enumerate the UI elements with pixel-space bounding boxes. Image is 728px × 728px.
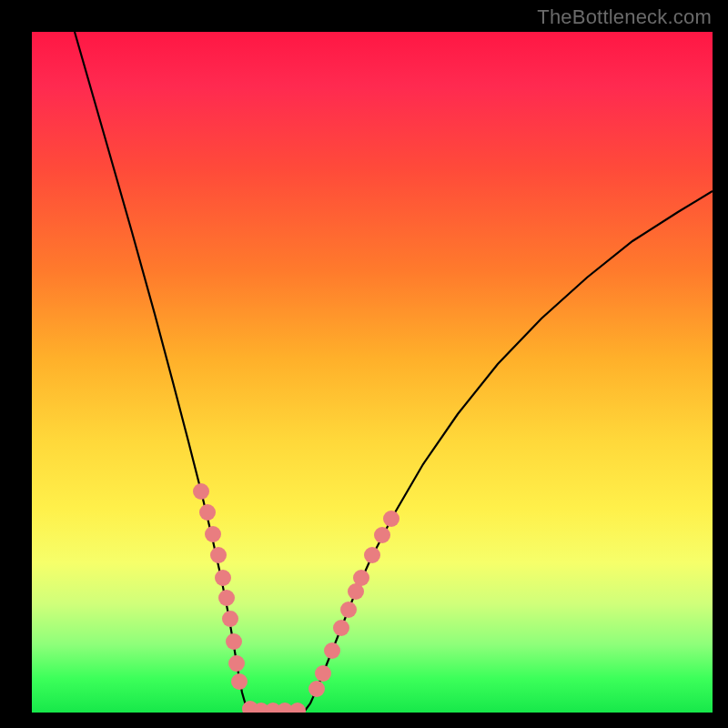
data-point: [308, 681, 325, 697]
chart-frame: TheBottleneck.com: [0, 0, 728, 728]
dots-left: [193, 483, 248, 690]
data-point: [218, 590, 235, 606]
dots-right: [308, 511, 399, 697]
watermark-text: TheBottleneck.com: [537, 5, 712, 29]
curve-right: [305, 191, 713, 711]
data-point: [228, 655, 245, 672]
data-point: [193, 483, 209, 500]
chart-svg: [32, 32, 713, 713]
data-point: [222, 611, 238, 627]
data-point: [383, 511, 399, 527]
data-point: [364, 547, 380, 563]
data-point: [199, 504, 216, 521]
dots-valley: [242, 701, 306, 713]
data-point: [333, 620, 349, 636]
data-point: [340, 602, 357, 618]
data-point: [289, 703, 306, 713]
plot-area: [32, 32, 713, 713]
data-point: [315, 665, 331, 682]
data-point: [353, 570, 369, 586]
data-point: [226, 633, 242, 650]
data-point: [374, 527, 390, 543]
data-point: [210, 547, 227, 563]
data-point: [324, 642, 340, 659]
curve-left: [75, 32, 250, 711]
data-point: [215, 570, 231, 586]
data-point: [205, 526, 221, 542]
data-point: [231, 673, 248, 690]
